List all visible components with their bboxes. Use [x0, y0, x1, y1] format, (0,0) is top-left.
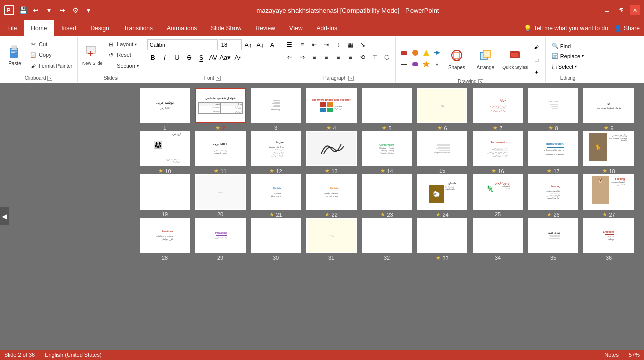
slide-item-21[interactable]: Phobia توضیحات جزئیات بیشتر ★ 21 — [251, 174, 301, 218]
shape-star-item[interactable] — [421, 59, 431, 69]
decrease-font-button[interactable]: A↓ — [255, 39, 266, 50]
increase-indent-button[interactable]: ⇥ — [321, 39, 332, 50]
slide-item-3[interactable]: taxonomy 3 — [251, 88, 301, 131]
slide-item-22[interactable]: Phobia ترس‌های اجتماعی فوبیا و انواع آن … — [306, 174, 357, 218]
text-dir-rtl-button[interactable]: ⇐ — [284, 52, 296, 63]
reset-button[interactable]: ↺ Reset — [105, 50, 141, 60]
font-size-input[interactable] — [219, 39, 242, 50]
line-spacing-button[interactable]: ↕ — [333, 39, 344, 50]
shape-effects-button[interactable]: ✦ — [531, 67, 542, 78]
slide-item-30[interactable]: 30 — [251, 218, 301, 261]
slide-item-4[interactable]: The Myers-Briggs Type Indicator توضیحات … — [306, 88, 357, 131]
shape-circle-item[interactable] — [410, 48, 420, 58]
slides-panel[interactable]: ◀ ی متن‌های کوچک فارسی در اینجا ★ 9 خلاص… — [0, 83, 644, 350]
text-dir-ltr-button[interactable]: ⇒ — [297, 52, 308, 63]
cut-button[interactable]: ✂ Cut — [27, 39, 74, 49]
para-expand-btn[interactable]: ↘ — [357, 39, 368, 50]
redo-button[interactable]: ↪ — [56, 5, 68, 16]
clipboard-expand[interactable]: ↘ — [47, 76, 52, 81]
slide-item-27[interactable]: 🐕 Feeding توضیحات مربوط ادامه متن ★ 27 — [583, 174, 634, 218]
replace-button[interactable]: 🔄 Replace ▾ — [549, 51, 587, 61]
tab-design[interactable]: Design — [83, 20, 116, 36]
slide-item-2[interactable]: عوامل شخصیت‌شناسی ویژگی توضیح برون‌گرا E… — [195, 88, 246, 131]
text-shadow-button[interactable]: S̲ — [196, 52, 207, 63]
case-button[interactable]: Aa▾ — [220, 52, 231, 63]
slide-item-34[interactable]: 34 — [473, 218, 523, 261]
copy-button[interactable]: 📋 Copy — [27, 50, 74, 60]
columns-button[interactable]: ▦ — [345, 39, 356, 50]
slide-item-6[interactable]: زرد ★ 6 — [417, 88, 467, 131]
shape-more[interactable]: ▾ — [432, 59, 442, 69]
shape-item[interactable] — [399, 48, 409, 58]
find-button[interactable]: 🔍 Find — [549, 41, 587, 51]
font-color-button[interactable]: A ▾ — [232, 52, 243, 63]
italic-button[interactable]: I — [159, 52, 170, 63]
shape-line-item[interactable] — [399, 59, 409, 69]
slide-item-33[interactable]: ★ 33 — [417, 218, 467, 261]
quick-styles-button[interactable]: Quick Styles — [501, 43, 529, 74]
slide-item-28[interactable]: Emotions هیجانات و احساسات کنترل عواطف 2… — [140, 218, 190, 261]
char-spacing-button[interactable]: AV — [208, 52, 219, 63]
tab-insert[interactable]: Insert — [54, 20, 83, 36]
slide-item-9[interactable]: ی متن‌های کوچک فارسی در اینجا ★ 9 — [583, 88, 634, 131]
slide-item-5[interactable]: ★ 5 — [362, 88, 412, 131]
clear-format-button[interactable]: Ā — [267, 39, 278, 50]
tab-transitions[interactable]: Transitions — [116, 20, 160, 36]
slide-item-12[interactable]: نقش‌ها ویژگی‌های شخصیتی تأثیر محیط عوامل… — [251, 131, 301, 174]
slide-item-23[interactable]: ★ 23 — [362, 174, 412, 218]
shape-rounded-item[interactable] — [410, 59, 420, 69]
scroll-left-button[interactable]: ◀ — [0, 207, 9, 225]
tab-file[interactable]: File — [0, 20, 24, 36]
para-expand[interactable]: ↘ — [348, 76, 354, 81]
tab-home[interactable]: Home — [24, 20, 54, 36]
slide-item-24[interactable]: داستان 🐑 متن و توضیح ادامه داستان ★ 24 — [417, 174, 467, 218]
slide-item-35[interactable]: نکات کلیدی 35 — [528, 218, 578, 261]
slide-item-19[interactable]: 19 — [140, 174, 190, 218]
align-right-button[interactable]: ≡ — [333, 52, 344, 63]
slide-item-32[interactable]: 32 — [362, 218, 412, 261]
tab-view[interactable]: View — [282, 20, 310, 36]
slide-item-8[interactable]: خلاصه مطلب ★ 8 — [528, 88, 578, 131]
arrange-button[interactable]: Arrange — [472, 43, 499, 74]
close-button[interactable]: ✕ — [630, 5, 640, 15]
restore-button[interactable]: 🗗 — [616, 5, 626, 15]
slide-item-31[interactable]: زرد ۲ 31 — [306, 218, 357, 261]
shape-arrow-item[interactable] — [432, 48, 442, 58]
tell-me-box[interactable]: 💡 Tell me what you want to do — [524, 25, 608, 32]
bullets-button[interactable]: ☰ — [284, 39, 296, 50]
slide-item-16[interactable]: Introversion مقدمه بر درون‌گرایی اشتغال … — [473, 131, 523, 174]
share-button[interactable]: 👤 Share — [614, 25, 640, 32]
text-direction-button[interactable]: ⟲ — [357, 52, 368, 63]
slide-item-20[interactable]: blank 20 — [195, 174, 246, 218]
shape-fill-button[interactable]: 🖌 — [531, 41, 542, 52]
layout-button[interactable]: ⊞ Layout ▾ — [105, 39, 141, 49]
section-button[interactable]: ≡ Section ▾ — [105, 61, 141, 71]
decrease-indent-button[interactable]: ⇤ — [309, 39, 320, 50]
slide-item-15[interactable]: adoption of formulas 15 — [417, 131, 467, 174]
text-align-vert-button[interactable]: ⊤ — [369, 52, 380, 63]
font-expand[interactable]: ↘ — [216, 76, 221, 81]
tab-animations[interactable]: Animations — [160, 20, 204, 36]
underline-button[interactable]: U — [171, 52, 183, 63]
slide-item-10[interactable]: گروه افراد 👨‍👩‍👧 مشخصات گروه ویژگی‌ها ★ … — [140, 131, 190, 174]
more-button[interactable]: ▾ — [83, 5, 94, 16]
align-left-button[interactable]: ≡ — [309, 52, 320, 63]
custom-button[interactable]: ⚙ — [70, 5, 81, 16]
slide-item-14[interactable]: Conformism Feality Thinking Intuition Ch… — [362, 131, 412, 174]
slide-item-29[interactable]: Parasiting توضیحات پارازیت 29 — [195, 218, 246, 261]
font-family-input[interactable] — [147, 39, 218, 50]
justify-button[interactable]: ≡ — [345, 52, 356, 63]
slide-item-36[interactable]: Emotions احساسات عواطف 36 — [583, 218, 634, 261]
smartart-button[interactable]: ⬡ — [381, 52, 392, 63]
slide-item-18[interactable]: 🐈 ویژگی‌های شخصیتی توضیحات بیشتر در اینج… — [583, 131, 634, 174]
slide-item-1[interactable]: نوشته عربی کالیگرافی 1 — [140, 88, 190, 131]
minimize-button[interactable]: 🗕 — [602, 5, 612, 15]
tab-review[interactable]: Review — [248, 20, 282, 36]
strikethrough-button[interactable]: S — [184, 52, 195, 63]
slide-item-25[interactable]: آزمون کارهای 🦎 توضیحات ادامه 25 — [473, 174, 523, 218]
select-button[interactable]: ⬚ Select ▾ — [549, 62, 587, 71]
slide-item-7[interactable]: مزایا گروه بندی انسان ها بر اساس ویژگی ه… — [473, 88, 523, 131]
increase-font-button[interactable]: A↑ — [243, 39, 254, 50]
shape-triangle-item[interactable] — [421, 48, 431, 58]
undo-button[interactable]: ↩ — [30, 5, 41, 16]
